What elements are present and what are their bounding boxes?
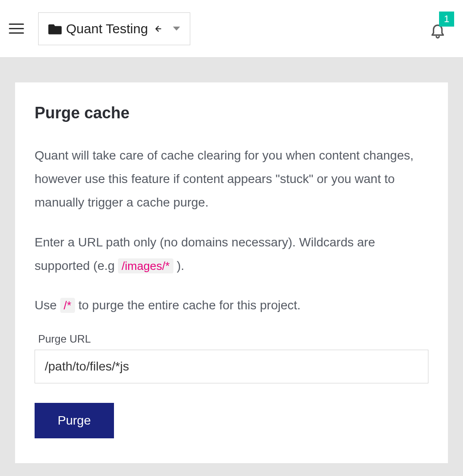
card-title: Purge cache [35,104,428,122]
notification-badge: 1 [439,12,454,27]
project-name: Quant Testing [66,21,148,36]
description-text-2: Enter a URL path only (no domains necess… [35,230,428,277]
purge-cache-card: Purge cache Quant will take care of cach… [15,82,448,463]
notification-bell[interactable]: 1 [429,21,446,39]
project-selector[interactable]: Quant Testing [38,12,190,45]
description-text-1: Quant will take care of cache clearing f… [35,144,428,215]
caret-down-icon [173,27,180,31]
code-example-2: /* [60,298,75,313]
purge-button[interactable]: Purge [35,403,114,438]
description-text-3: Use /* to purge the entire cache for thi… [35,293,428,317]
menu-icon[interactable] [9,20,27,38]
folder-icon [48,23,62,35]
purge-url-input[interactable] [35,350,428,383]
arrow-left-icon [153,24,164,34]
code-example-1: /images/* [118,258,173,273]
top-bar: Quant Testing 1 [0,0,463,58]
purge-url-label: Purge URL [35,333,428,345]
page-content: Purge cache Quant will take care of cach… [0,58,463,476]
